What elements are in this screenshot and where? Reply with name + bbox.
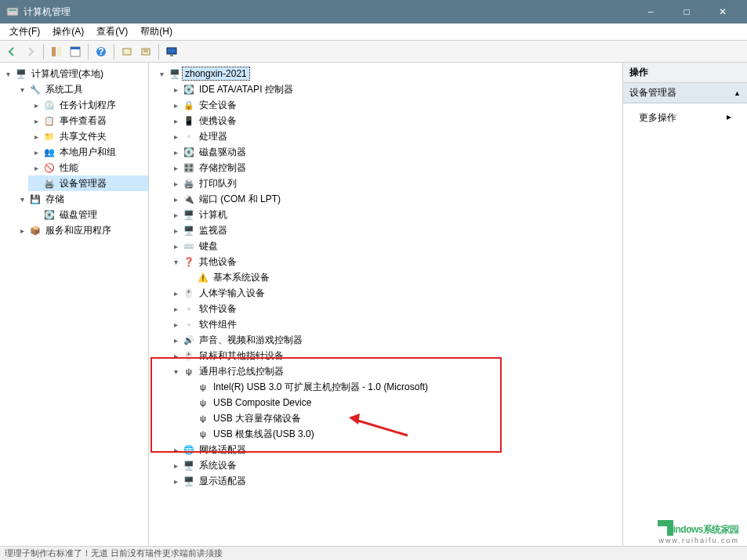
device-network[interactable]: ▸🌐网络适配器 — [168, 442, 622, 457]
tree-device-manager[interactable]: 🖨️ 设备管理器 — [28, 175, 148, 191]
forward-button[interactable] — [22, 43, 39, 60]
status-bar: 理理子制作右标准了！无道 日前没有瑞件更求端前讲须接 — [0, 546, 747, 560]
chevron-right-icon[interactable]: ▸ — [31, 163, 42, 173]
tree-label: 服务和应用程序 — [43, 223, 114, 238]
tree-event-viewer[interactable]: ▸ 📋 事件查看器 — [28, 113, 148, 128]
chevron-right-icon[interactable]: ▸ — [171, 116, 181, 126]
usb-device-icon: ψ — [197, 428, 209, 440]
tree-root-computer-management[interactable]: ▾ 🖥️ 计算机管理(本地) — [0, 66, 148, 81]
device-software-comp[interactable]: ▸▫️软件组件 — [168, 316, 622, 332]
menu-file[interactable]: 文件(F) — [3, 23, 46, 40]
device-system[interactable]: ▸🖥️系统设备 — [168, 457, 622, 473]
device-keyboards[interactable]: ▸⌨️键盘 — [168, 238, 622, 254]
chevron-right-icon[interactable]: ▸ — [171, 179, 181, 189]
device-usb[interactable]: ▾ψ通用串行总线控制器 — [168, 363, 622, 379]
back-button[interactable] — [3, 43, 20, 60]
chevron-right-icon[interactable]: ▸ — [171, 445, 181, 455]
chevron-right-icon[interactable]: ▸ — [171, 241, 181, 251]
device-software-dev[interactable]: ▸▫️软件设备 — [168, 301, 622, 316]
chevron-right-icon[interactable]: ▸ — [171, 304, 181, 314]
maximize-button[interactable]: □ — [669, 0, 705, 23]
chevron-right-icon[interactable]: ▸ — [171, 100, 181, 110]
tree-storage[interactable]: ▾ 💾 存储 — [14, 191, 148, 207]
chevron-down-icon[interactable]: ▾ — [171, 367, 181, 377]
other-icon: ❓ — [183, 255, 195, 268]
properties-button[interactable] — [67, 43, 84, 60]
tree-shared-folders[interactable]: ▸ 📁 共享文件夹 — [28, 128, 148, 144]
show-hide-button[interactable] — [48, 43, 65, 60]
device-usb-intel[interactable]: ψIntel(R) USB 3.0 可扩展主机控制器 - 1.0 (Micros… — [182, 379, 622, 395]
chevron-right-icon[interactable]: ▸ — [171, 226, 181, 236]
tree-label: 计算机管理(本地) — [29, 67, 106, 81]
chevron-down-icon[interactable]: ▾ — [171, 257, 181, 267]
tree-label: 设备管理器 — [57, 176, 109, 191]
chevron-right-icon[interactable]: ▸ — [171, 85, 181, 95]
chevron-down-icon[interactable]: ▾ — [17, 194, 27, 204]
device-storage-ctrl[interactable]: ▸🎛️存储控制器 — [168, 160, 622, 175]
device-disk-drives[interactable]: ▸💽磁盘驱动器 — [168, 144, 622, 160]
chevron-right-icon[interactable]: ▸ — [171, 210, 181, 220]
chevron-down-icon[interactable]: ▾ — [3, 69, 13, 79]
chevron-right-icon[interactable]: ▸ — [31, 116, 42, 126]
tree-system-tools[interactable]: ▾ 🔧 系统工具 — [14, 81, 148, 97]
tree-performance[interactable]: ▸ 🚫 性能 — [28, 160, 148, 175]
monitor-button[interactable] — [163, 43, 180, 60]
menu-help[interactable]: 帮助(H) — [134, 23, 179, 40]
scan-button[interactable] — [118, 43, 136, 60]
tree-task-scheduler[interactable]: ▸ ⏲️ 任务计划程序 — [28, 97, 148, 113]
svg-rect-10 — [167, 48, 176, 54]
device-usb-composite[interactable]: ψUSB Composite Device — [182, 395, 622, 410]
chevron-right-icon[interactable]: ▸ — [171, 163, 181, 173]
device-computer[interactable]: ▸🖥️计算机 — [168, 207, 622, 222]
storage-ctrl-icon: 🎛️ — [183, 161, 195, 174]
action-more[interactable]: 更多操作 ▸ — [623, 103, 747, 132]
chevron-right-icon[interactable]: ▸ — [171, 351, 181, 361]
minimize-button[interactable]: – — [633, 0, 669, 23]
device-label: Intel(R) USB 3.0 可扩展主机控制器 - 1.0 (Microso… — [211, 380, 430, 395]
menu-view[interactable]: 查看(V) — [90, 23, 134, 40]
device-label: 软件设备 — [197, 302, 239, 316]
chevron-right-icon[interactable]: ▸ — [31, 147, 42, 157]
device-mouse[interactable]: ▸🖱️鼠标和其他指针设备 — [168, 348, 622, 363]
update-button[interactable] — [137, 43, 154, 60]
close-button[interactable]: ✕ — [705, 0, 741, 23]
device-root[interactable]: ▾ 🖥️ zhongxin-2021 — [154, 66, 622, 81]
help-button[interactable]: ? — [92, 43, 110, 60]
tree-services[interactable]: ▸ 📦 服务和应用程序 — [14, 222, 148, 238]
device-audio[interactable]: ▸🔊声音、视频和游戏控制器 — [168, 332, 622, 348]
device-label: 键盘 — [197, 239, 220, 254]
chevron-right-icon[interactable]: ▸ — [171, 320, 181, 330]
device-security[interactable]: ▸🔒安全设备 — [168, 97, 622, 113]
device-ports[interactable]: ▸🔌端口 (COM 和 LPT) — [168, 191, 622, 207]
device-monitors[interactable]: ▸🖥️监视器 — [168, 222, 622, 238]
actions-section[interactable]: 设备管理器 ▲ — [623, 83, 747, 103]
device-display[interactable]: ▸🖥️显示适配器 — [168, 473, 622, 489]
device-other[interactable]: ▾❓其他设备 — [168, 254, 622, 269]
chevron-down-icon[interactable]: ▾ — [157, 69, 167, 79]
device-print-queue[interactable]: ▸🖨️打印队列 — [168, 175, 622, 191]
tree-disk-management[interactable]: 💽 磁盘管理 — [28, 207, 148, 222]
device-portable[interactable]: ▸📱便携设备 — [168, 113, 622, 128]
chevron-right-icon[interactable]: ▸ — [171, 476, 181, 486]
chevron-right-icon[interactable]: ▸ — [171, 461, 181, 471]
menu-action[interactable]: 操作(A) — [46, 23, 90, 40]
chevron-right-icon[interactable]: ▸ — [31, 132, 42, 142]
chevron-right-icon[interactable]: ▸ — [171, 132, 181, 142]
device-processor[interactable]: ▸▫️处理器 — [168, 128, 622, 144]
chevron-right-icon[interactable]: ▸ — [31, 100, 42, 110]
warning-icon: ⚠️ — [197, 271, 209, 284]
device-usb-root-hub[interactable]: ψUSB 根集线器(USB 3.0) — [182, 426, 622, 442]
device-hid[interactable]: ▸🖱️人体学输入设备 — [168, 285, 622, 301]
hid-icon: 🖱️ — [183, 287, 195, 299]
chevron-right-icon[interactable]: ▸ — [171, 194, 181, 204]
chevron-right-icon[interactable]: ▸ — [17, 226, 27, 236]
device-other-child[interactable]: ⚠️基本系统设备 — [182, 269, 622, 285]
device-usb-mass-storage[interactable]: ψUSB 大容量存储设备 — [182, 410, 622, 426]
svg-rect-5 — [71, 47, 80, 49]
device-ide[interactable]: ▸💽IDE ATA/ATAPI 控制器 — [168, 81, 622, 97]
tree-local-users[interactable]: ▸ 👥 本地用户和组 — [28, 144, 148, 160]
chevron-down-icon[interactable]: ▾ — [17, 85, 27, 95]
chevron-right-icon[interactable]: ▸ — [171, 288, 181, 298]
chevron-right-icon[interactable]: ▸ — [171, 335, 181, 345]
chevron-right-icon[interactable]: ▸ — [171, 147, 181, 157]
